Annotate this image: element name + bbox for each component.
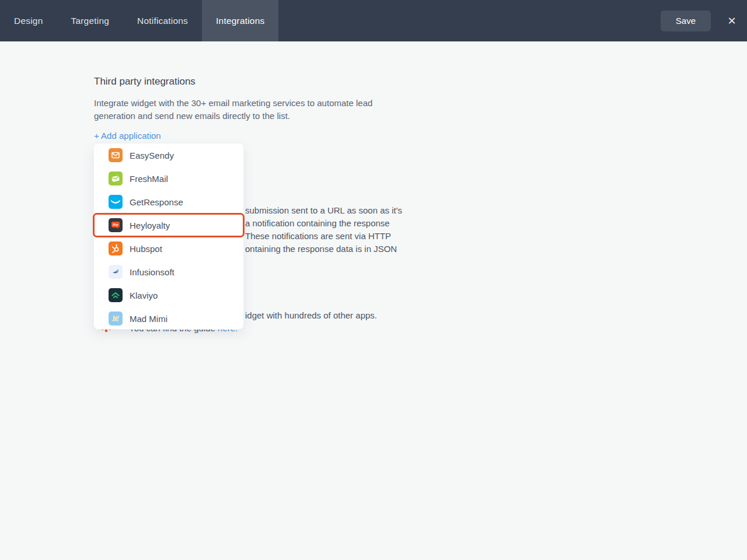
add-application-link[interactable]: + Add application	[94, 131, 161, 141]
tab-design[interactable]: Design	[0, 0, 57, 41]
webhook-line: These notifications are sent via HTTP	[245, 230, 402, 243]
page-title: Third party integrations	[94, 76, 196, 88]
dropdown-item-easysendy[interactable]: EasySendy	[94, 144, 243, 167]
freshmail-icon	[109, 172, 123, 186]
dropdown-item-infusionsoft[interactable]: Infusionsoft	[94, 260, 243, 284]
application-dropdown: EasySendy FreshMail GetResponse	[93, 143, 244, 330]
madmimi-icon: M	[109, 312, 123, 326]
dropdown-item-madmimi[interactable]: M Mad Mimi	[94, 307, 243, 330]
webhook-line: submission sent to a URL as soon as it's	[245, 204, 402, 217]
webhook-description-fragment: submission sent to a URL as soon as it's…	[245, 204, 402, 256]
widget-editor-window: Design Targeting Notifications Integrati…	[0, 0, 747, 560]
svg-text:Hey: Hey	[112, 223, 118, 226]
dropdown-item-label: EasySendy	[130, 150, 174, 160]
dropdown-item-getresponse[interactable]: GetResponse	[94, 190, 243, 214]
klaviyo-icon	[109, 288, 123, 302]
webhook-line: ontaining the response data is in JSON	[245, 243, 402, 256]
close-icon[interactable]: ✕	[722, 12, 741, 30]
dropdown-item-label: GetResponse	[130, 197, 183, 207]
tab-bar: Design Targeting Notifications Integrati…	[0, 0, 278, 41]
webhook-line: a notification containing the response	[245, 217, 402, 230]
tab-targeting[interactable]: Targeting	[57, 0, 123, 41]
top-navigation-bar: Design Targeting Notifications Integrati…	[0, 0, 747, 41]
svg-text:M: M	[112, 314, 119, 323]
dropdown-item-label: Infusionsoft	[130, 267, 174, 277]
heyloyalty-icon: Hey	[109, 218, 123, 232]
dropdown-item-label: Heyloyalty	[130, 220, 170, 230]
dropdown-item-heyloyalty[interactable]: Hey Heyloyalty	[94, 214, 243, 237]
tab-notifications[interactable]: Notifications	[123, 0, 202, 41]
save-button[interactable]: Save	[661, 10, 711, 32]
zapier-description-fragment: idget with hundreds of other apps.	[245, 310, 377, 320]
dropdown-item-freshmail[interactable]: FreshMail	[94, 167, 243, 190]
integrations-panel: Third party integrations Integrate widge…	[0, 41, 747, 560]
dropdown-item-label: Mad Mimi	[130, 314, 167, 324]
dropdown-item-hubspot[interactable]: Hubspot	[94, 237, 243, 260]
section-description: Integrate widget with the 30+ email mark…	[94, 97, 389, 123]
infusionsoft-icon	[109, 265, 123, 279]
dropdown-item-klaviyo[interactable]: Klaviyo	[94, 284, 243, 307]
dropdown-item-label: Klaviyo	[130, 290, 158, 300]
getresponse-icon	[109, 195, 123, 209]
hubspot-icon	[109, 242, 123, 256]
easysendy-icon	[109, 148, 123, 162]
tab-integrations[interactable]: Integrations	[202, 0, 278, 41]
dropdown-item-label: FreshMail	[130, 174, 168, 184]
topbar-actions: Save ✕	[661, 0, 747, 41]
dropdown-item-label: Hubspot	[130, 244, 162, 254]
